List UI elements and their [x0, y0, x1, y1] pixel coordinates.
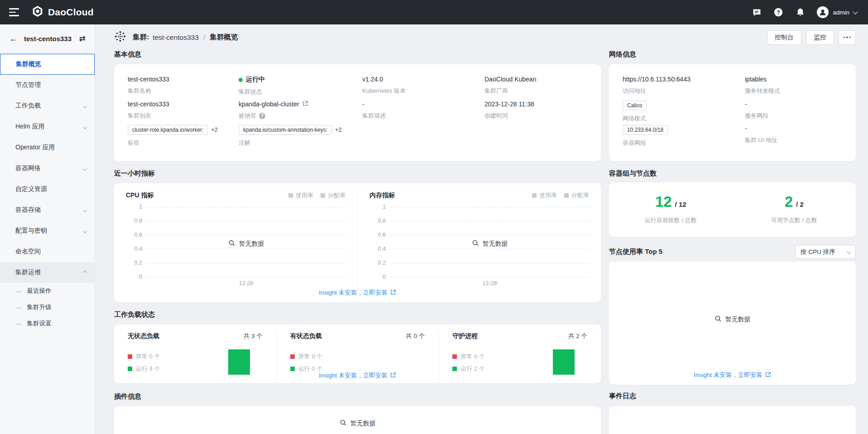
field-created-time: 2023-12-28 11:38 创建时间 — [484, 100, 587, 125]
insight-install-link[interactable]: Insight 未安装，立即安装 — [114, 289, 601, 297]
pods-stat: 12/ 12 运行容器组数 / 总数 — [609, 182, 733, 237]
cpu-xtick: 12-28 — [147, 280, 345, 286]
legend-usage[interactable]: 使用率 — [288, 191, 313, 200]
field-api-address: https://10.6.113.50:6443 访问地址 — [623, 76, 745, 100]
pod-cidr-chip[interactable]: 10.233.64.0/18 — [623, 125, 668, 135]
memory-chart-title: 内存指标 — [369, 191, 395, 200]
left-column: 基本信息 test-centos333 集群名称 运行中 集群状态 v1.24.… — [114, 50, 601, 434]
back-arrow-icon[interactable]: ← — [9, 34, 18, 43]
user-name: admin — [833, 9, 849, 16]
running-bar — [553, 349, 575, 375]
legend-usage[interactable]: 使用率 — [532, 191, 557, 200]
field-cluster-ui-address: - 集群 UI 地址 — [745, 125, 842, 150]
label-chip[interactable]: cluster-role.kpanda.io/worker: — [128, 125, 208, 135]
node-usage-empty-state: 暂无数据 — [609, 315, 856, 324]
legend-square-icon — [288, 193, 293, 198]
sidebar-item-recent-operations[interactable]: —最近操作 — [0, 283, 95, 299]
running-square-icon — [128, 367, 132, 371]
chevron-down-icon — [83, 124, 87, 129]
brand[interactable]: DaoCloud — [32, 5, 94, 19]
switch-cluster-icon[interactable]: ⇄ — [79, 34, 86, 43]
field-managed-by: kpanda-global-cluster 被纳管? — [239, 100, 362, 125]
search-icon — [472, 239, 479, 248]
legend-square-icon — [532, 193, 537, 198]
sidebar-item-node-management[interactable]: 节点管理 — [0, 75, 95, 95]
search-icon — [228, 239, 235, 248]
notifications-bell-icon[interactable] — [795, 7, 805, 17]
legend-allocation[interactable]: 分配率 — [564, 191, 589, 200]
network-mode-chip[interactable]: Calico — [623, 100, 647, 110]
user-menu[interactable]: admin — [817, 6, 857, 18]
abnormal-square-icon — [290, 354, 295, 359]
feedback-icon[interactable] — [752, 7, 762, 17]
sidebar-item-helm-apps[interactable]: Helm 应用 — [0, 116, 95, 137]
sidebar-item-cluster-upgrade[interactable]: —集群升级 — [0, 299, 95, 315]
managed-cluster-link[interactable]: kpanda-global-cluster — [239, 100, 299, 108]
cpu-chart-title: CPU 指标 — [126, 191, 153, 200]
chevron-up-icon — [83, 270, 87, 275]
memory-chart: 内存指标 使用率 分配率 1 0.8 0.6 0.4 0.2 0 — [357, 183, 601, 302]
plugins-section-title: 插件信息 — [114, 392, 601, 401]
workload-card: 无状态负载共 3 个 异常 0 个 运行 3 个 有状态负载共 0 个 异常 0… — [114, 324, 601, 383]
annotations-more[interactable]: +2 — [335, 127, 341, 133]
chevron-down-icon — [83, 166, 87, 171]
sidebar-item-container-network[interactable]: 容器网络 — [0, 158, 95, 179]
external-link-icon — [390, 289, 396, 296]
field-cluster-vendor: DaoCloud Kubean 集群厂商 — [484, 76, 587, 100]
right-column: 网络信息 https://10.6.113.50:6443 访问地址 iptab… — [609, 50, 856, 434]
console-button[interactable]: 控制台 — [767, 30, 801, 45]
node-usage-sort-select[interactable]: 按 CPU 排序 — [795, 245, 856, 259]
sidebar-cluster-name: test-centos333 — [24, 35, 72, 43]
sidebar-item-cluster-settings[interactable]: —集群设置 — [0, 315, 95, 332]
main-content: 集群: test-centos333 / 集群概览 控制台 监控 基本信息 te… — [95, 24, 868, 434]
memory-empty-state: 暂无数据 — [390, 239, 589, 248]
help-icon[interactable]: ? — [773, 7, 783, 17]
sidebar-item-cluster-ops[interactable]: 集群运维 — [0, 262, 95, 283]
sidebar-item-operator-apps[interactable]: Operator 应用 — [0, 137, 95, 158]
monitor-button[interactable]: 监控 — [806, 30, 834, 45]
sidebar-item-custom-resources[interactable]: 自定义资源 — [0, 179, 95, 200]
field-forward-mode: iptables 服务转发模式 — [745, 76, 842, 100]
sidebar-item-workloads[interactable]: 工作负载 — [0, 95, 95, 116]
memory-plot-area: 1 0.8 0.6 0.4 0.2 0 暂无数据 12-28 — [369, 207, 589, 277]
cpu-chart: CPU 指标 使用率 分配率 1 0.8 0.6 0.4 0.2 0 — [114, 183, 357, 302]
menu-icon[interactable] — [9, 8, 19, 16]
chevron-down-icon — [83, 208, 87, 212]
node-usage-title: 节点使用率 Top 5 — [609, 248, 662, 256]
avatar — [817, 6, 829, 18]
annotation-chip[interactable]: kpanda.io/custom-annotation-keys: — [239, 125, 332, 135]
breadcrumb-cluster-name[interactable]: test-centos333 — [153, 33, 199, 42]
field-labels: cluster-role.kpanda.io/worker:+2 标签 — [128, 125, 239, 150]
network-info-title: 网络信息 — [609, 50, 856, 59]
network-info-card: https://10.6.113.50:6443 访问地址 iptables 服… — [609, 64, 856, 161]
running-square-icon — [452, 367, 457, 371]
external-link-icon — [390, 372, 396, 379]
labels-more[interactable]: +2 — [211, 127, 217, 133]
search-icon — [340, 419, 347, 428]
more-actions-button[interactable] — [839, 30, 856, 45]
cluster-dots-icon — [114, 30, 126, 44]
pods-nodes-card: 12/ 12 运行容器组数 / 总数 2/ 2 可用节点数 / 总数 — [609, 182, 856, 237]
events-card — [609, 406, 856, 434]
external-link-icon[interactable] — [302, 100, 308, 108]
help-circle-icon[interactable]: ? — [259, 113, 265, 119]
insight-install-link[interactable]: Insight 未安装，立即安装 — [609, 371, 856, 379]
legend-allocation[interactable]: 分配率 — [321, 191, 345, 200]
chevron-down-icon — [853, 9, 858, 14]
brand-name: DaoCloud — [48, 7, 94, 18]
insight-install-link[interactable]: Insight 未安装，立即安装 — [114, 372, 601, 380]
status-dot-icon — [239, 78, 243, 82]
pods-nodes-title: 容器组与节点数 — [609, 169, 856, 178]
svg-text:?: ? — [777, 10, 780, 16]
field-k8s-version: v1.24.0 Kubernetes 版本 — [362, 76, 484, 100]
sidebar-item-config-secrets[interactable]: 配置与密钥 — [0, 220, 95, 241]
sidebar-item-container-storage[interactable]: 容器存储 — [0, 200, 95, 220]
daocloud-logo-icon — [32, 5, 43, 19]
breadcrumb-current: 集群概览 — [210, 33, 238, 42]
sidebar-item-namespaces[interactable]: 命名空间 — [0, 241, 95, 262]
memory-xtick: 12-28 — [390, 280, 589, 286]
abnormal-square-icon — [128, 354, 132, 359]
workload-section-title: 工作负载状态 — [114, 310, 601, 319]
sidebar-item-cluster-overview[interactable]: 集群概览 — [0, 54, 95, 75]
cpu-plot-area: 1 0.8 0.6 0.4 0.2 0 暂无数据 12-28 — [126, 207, 345, 277]
